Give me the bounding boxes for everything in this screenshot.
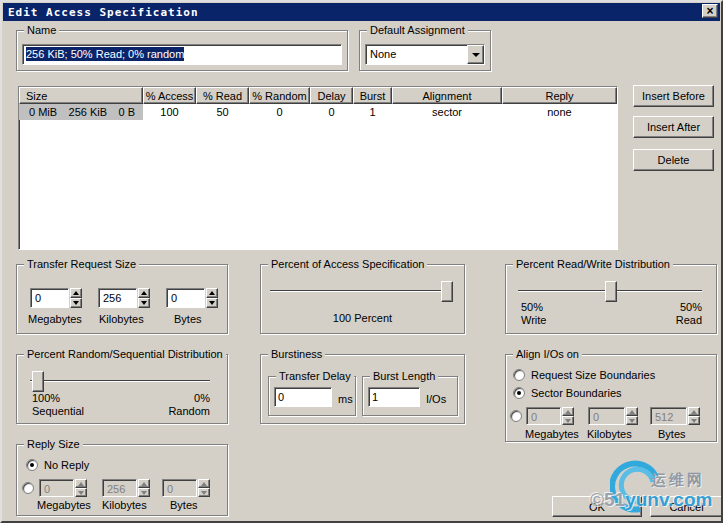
column-header-reply[interactable]: Reply [502,87,617,104]
spinner-up-button[interactable] [626,407,638,416]
trs-kilobytes-value[interactable]: 256 [98,288,137,308]
read-write-slider-thumb[interactable] [605,281,617,302]
burstiness-label: Burstiness [268,348,325,360]
cell-reply: none [502,104,617,120]
spinner-down-button[interactable] [138,488,150,497]
reply-kilobytes-value[interactable]: 256 [102,479,137,497]
spinner-down-button[interactable] [626,416,638,425]
reply-megabytes-value[interactable]: 0 [39,479,74,497]
arrow-down-icon [209,301,215,308]
spinner-down-button[interactable] [688,416,700,425]
reply-megabytes-unit: Megabytes [37,499,91,511]
spinner-up-button[interactable] [562,407,574,416]
insert-before-button[interactable]: Insert Before [633,85,714,107]
column-header-access[interactable]: % Access [143,87,196,104]
custom-align-radio[interactable] [510,410,522,422]
read-percent: 50% [652,301,702,313]
spinner-up-button[interactable] [688,407,700,416]
column-header-random[interactable]: % Random [249,87,310,104]
align-kilobytes-value[interactable]: 0 [588,407,625,425]
spinner-down-button[interactable] [70,298,82,308]
burst-length-input[interactable]: 1 [368,387,420,407]
arrow-up-icon [629,407,635,414]
column-header-read[interactable]: % Read [196,87,249,104]
default-assignment-combobox[interactable]: None [365,44,485,65]
random-sequential-slider-track[interactable] [30,380,210,382]
spinner-up-button[interactable] [138,288,150,298]
sequential-word: Sequential [32,405,84,417]
percent-access-slider-thumb[interactable] [441,281,453,302]
trs-bytes-value[interactable]: 0 [166,288,205,308]
sector-boundaries-radio[interactable] [513,387,525,399]
percent-access-label: Percent of Access Specification [268,258,427,270]
trs-bytes-spinner[interactable]: 0 [166,288,218,308]
spinner-up-button[interactable] [70,288,82,298]
trs-megabytes-spinner[interactable]: 0 [30,288,82,308]
sector-boundaries-label[interactable]: Sector Boundaries [531,387,622,399]
spinner-up-button[interactable] [138,479,150,488]
table-header-row: Size % Access % Read % Random Delay Burs… [19,87,617,104]
percent-access-slider-track[interactable] [270,290,452,292]
no-reply-radio[interactable] [26,459,38,471]
default-assignment-label: Default Assignment [367,24,468,36]
column-header-size[interactable]: Size [19,87,143,104]
random-word: Random [152,405,210,417]
request-size-boundaries-label[interactable]: Request Size Boundaries [531,369,655,381]
spinner-up-button[interactable] [206,288,218,298]
table-row[interactable]: 0 MiB 256 KiB 0 B 100 50 0 0 1 sector no… [19,104,617,120]
reply-bytes-value[interactable]: 0 [162,479,197,497]
column-header-alignment[interactable]: Alignment [392,87,502,104]
reply-bytes-spinner[interactable]: 0 [162,479,210,497]
arrow-up-icon [209,288,215,295]
spinner-up-button[interactable] [198,479,210,488]
reply-megabytes-spinner[interactable]: 0 [39,479,87,497]
cancel-button[interactable]: Cancel [650,496,723,517]
reply-kilobytes-spinner[interactable]: 256 [102,479,150,497]
cell-access: 100 [143,104,196,120]
default-assignment-dropdown-button[interactable] [467,45,484,64]
request-size-boundaries-radio[interactable] [513,369,525,381]
arrow-up-icon [73,288,79,295]
cell-delay: 0 [310,104,353,120]
align-bytes-value[interactable]: 512 [650,407,687,425]
read-write-label: Percent Read/Write Distribution [513,258,673,270]
default-assignment-value: None [366,45,467,64]
trs-kilobytes-spinner[interactable]: 256 [98,288,150,308]
delete-button[interactable]: Delete [633,149,714,171]
name-input-value: 256 KiB; 50% Read; 0% random [26,47,184,61]
spinner-down-button[interactable] [206,298,218,308]
random-sequential-slider-thumb[interactable] [32,371,44,392]
align-kilobytes-spinner[interactable]: 0 [588,407,638,425]
read-word: Read [652,314,702,326]
align-bytes-spinner[interactable]: 512 [650,407,700,425]
spinner-down-button[interactable] [198,488,210,497]
spinner-up-button[interactable] [75,479,87,488]
title-bar[interactable]: Edit Access Specification [3,3,720,21]
insert-after-button[interactable]: Insert After [633,116,714,138]
column-header-burst[interactable]: Burst [353,87,392,104]
arrow-up-icon [78,479,84,486]
spinner-down-button[interactable] [138,298,150,308]
close-button[interactable]: × [702,4,718,18]
spinner-down-button[interactable] [75,488,87,497]
no-reply-label[interactable]: No Reply [44,459,89,471]
spinner-down-button[interactable] [562,416,574,425]
trs-megabytes-value[interactable]: 0 [30,288,69,308]
access-spec-table[interactable]: Size % Access % Read % Random Delay Burs… [18,86,618,250]
custom-reply-radio[interactable] [22,482,34,494]
cell-size: 0 MiB 256 KiB 0 B [19,104,143,120]
chevron-down-icon [472,53,480,61]
ok-button[interactable]: OK [552,496,642,517]
name-input[interactable]: 256 KiB; 50% Read; 0% random [22,44,342,65]
cell-alignment: sector [392,104,502,120]
radio-dot [30,463,34,467]
cell-burst: 1 [353,104,392,120]
reply-size-label: Reply Size [24,438,83,450]
trs-kilobytes-unit: Kilobytes [99,313,144,325]
burst-length-unit: I/Os [426,393,446,405]
transfer-delay-input[interactable]: 0 [274,387,332,407]
column-header-delay[interactable]: Delay [310,87,353,104]
align-megabytes-value[interactable]: 0 [526,407,561,425]
align-megabytes-spinner[interactable]: 0 [526,407,574,425]
arrow-down-icon [691,419,697,426]
